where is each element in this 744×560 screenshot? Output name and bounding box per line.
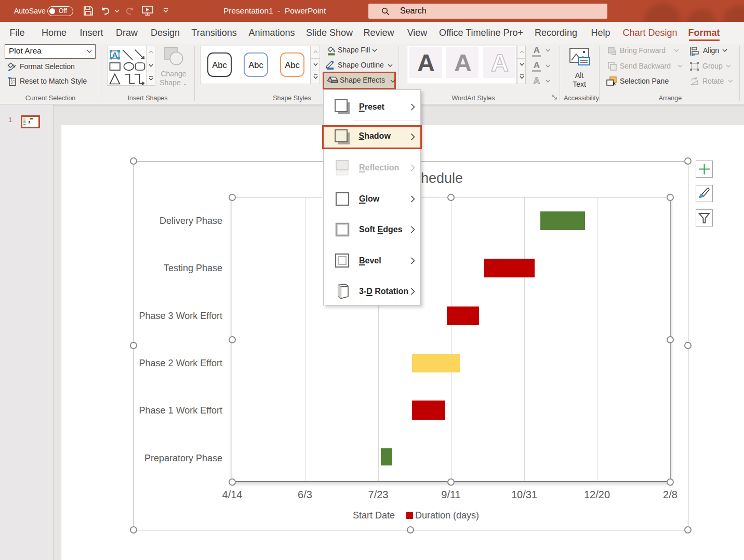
- svg-text:A: A: [112, 50, 118, 59]
